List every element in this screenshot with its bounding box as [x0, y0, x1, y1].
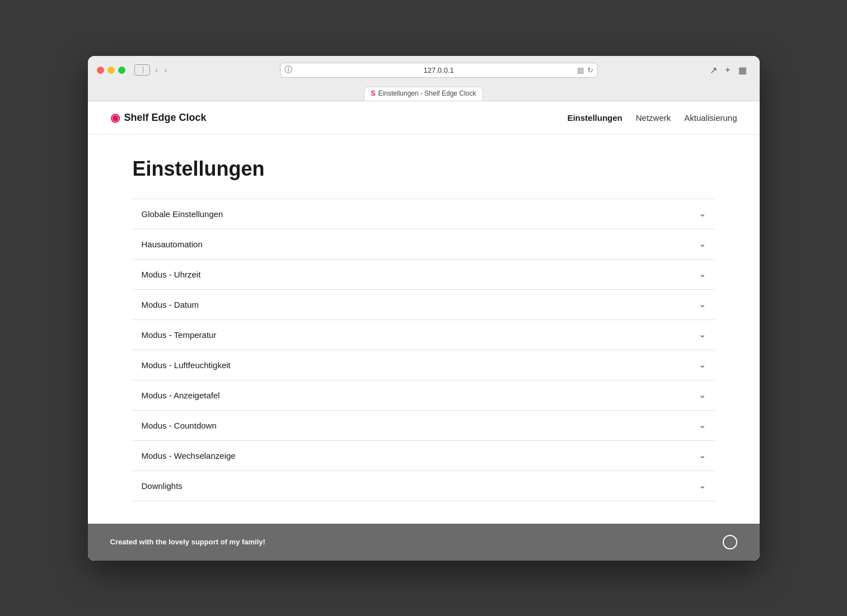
- app-logo-icon: ◉: [110, 111, 120, 124]
- accordion-label: Globale Einstellungen: [142, 209, 223, 219]
- nav-aktualisierung[interactable]: Aktualisierung: [684, 113, 737, 123]
- accordion-item: Modus - Wechselanzeige⌄: [133, 441, 715, 471]
- accordion-item: Downlights⌄: [133, 471, 715, 501]
- accordion-item: Modus - Datum⌄: [133, 290, 715, 320]
- address-actions: ▧ ↻: [577, 66, 593, 74]
- address-bar-container: ⓘ ▧ ↻: [174, 63, 704, 78]
- chevron-down-icon: ⌄: [699, 481, 706, 490]
- back-button[interactable]: ‹: [153, 65, 160, 76]
- accordion-header-2[interactable]: Modus - Uhrzeit⌄: [133, 260, 715, 289]
- forward-button[interactable]: ›: [162, 65, 169, 76]
- app-header: ◉ Shelf Edge Clock Einstellungen Netzwer…: [88, 101, 760, 135]
- chevron-down-icon: ⌄: [699, 451, 706, 460]
- chevron-down-icon: ⌄: [699, 391, 706, 399]
- accordion-label: Hausautomation: [142, 239, 203, 249]
- nav-netzwerk[interactable]: Netzwerk: [636, 113, 671, 123]
- sidebar-toggle-icon: [139, 67, 143, 73]
- browser-chrome: ‹ › ⓘ ▧ ↻ ↗ + ▦ S Einstellungen - Shelf …: [88, 56, 760, 101]
- accordion-header-5[interactable]: Modus - Luftfeuchtigkeit⌄: [133, 350, 715, 380]
- tab-title: Einstellungen - Shelf Edge Clock: [378, 90, 476, 97]
- sidebar-toggle-button[interactable]: [134, 64, 150, 76]
- page-title: Einstellungen: [133, 157, 715, 181]
- accordion-header-3[interactable]: Modus - Datum⌄: [133, 290, 715, 319]
- maximize-button[interactable]: [118, 67, 125, 74]
- address-input[interactable]: [280, 63, 598, 78]
- new-tab-button[interactable]: +: [723, 63, 732, 77]
- browser-toolbar-right: ↗ + ▦: [708, 63, 750, 77]
- accordion-header-6[interactable]: Modus - Anzeigetafel⌄: [133, 380, 715, 410]
- accordion-label: Modus - Wechselanzeige: [142, 451, 236, 460]
- accordion-label: Modus - Countdown: [142, 421, 217, 430]
- browser-controls: ‹ ›: [134, 64, 170, 76]
- traffic-lights: [97, 67, 125, 74]
- chevron-down-icon: ⌄: [699, 239, 706, 248]
- browser-titlebar: ‹ › ⓘ ▧ ↻ ↗ + ▦: [88, 56, 760, 84]
- accordion-item: Modus - Uhrzeit⌄: [133, 260, 715, 290]
- accordion-item: Globale Einstellungen⌄: [133, 199, 715, 229]
- accordion-header-7[interactable]: Modus - Countdown⌄: [133, 411, 715, 440]
- app-logo-text: Shelf Edge Clock: [124, 112, 207, 124]
- tab-favicon: S: [371, 90, 376, 97]
- app-nav: Einstellungen Netzwerk Aktualisierung: [567, 113, 737, 123]
- share-button[interactable]: ↗: [708, 63, 719, 77]
- chevron-down-icon: ⌄: [699, 421, 706, 430]
- accordion-item: Modus - Anzeigetafel⌄: [133, 380, 715, 411]
- accordion-item: Modus - Luftfeuchtigkeit⌄: [133, 350, 715, 380]
- nav-einstellungen[interactable]: Einstellungen: [567, 113, 622, 123]
- chevron-down-icon: ⌄: [699, 360, 706, 369]
- app-logo: ◉ Shelf Edge Clock: [110, 111, 207, 124]
- accordion-item: Hausautomation⌄: [133, 229, 715, 260]
- accordion: Globale Einstellungen⌄Hausautomation⌄Mod…: [133, 199, 715, 501]
- main-content: Einstellungen Globale Einstellungen⌄Haus…: [88, 135, 760, 524]
- accordion-label: Modus - Luftfeuchtigkeit: [142, 360, 231, 370]
- accordion-item: Modus - Temperatur⌄: [133, 320, 715, 350]
- close-button[interactable]: [97, 67, 104, 74]
- accordion-label: Modus - Uhrzeit: [142, 270, 201, 279]
- accordion-label: Modus - Anzeigetafel: [142, 391, 220, 400]
- browser-tab[interactable]: S Einstellungen - Shelf Edge Clock: [364, 87, 484, 101]
- tab-overview-button[interactable]: ▦: [737, 63, 748, 77]
- reader-mode-icon[interactable]: ▧: [577, 66, 584, 74]
- reload-icon[interactable]: ↻: [587, 66, 593, 74]
- security-icon: ⓘ: [284, 65, 292, 75]
- chevron-down-icon: ⌄: [699, 330, 706, 339]
- accordion-label: Modus - Temperatur: [142, 330, 217, 340]
- footer-text: Created with the lovely support of my fa…: [110, 538, 265, 546]
- chevron-down-icon: ⌄: [699, 209, 706, 218]
- accordion-label: Downlights: [142, 481, 182, 491]
- chevron-down-icon: ⌄: [699, 300, 706, 309]
- browser-tab-bar: S Einstellungen - Shelf Edge Clock: [88, 84, 760, 101]
- github-icon[interactable]: [723, 535, 737, 549]
- accordion-header-1[interactable]: Hausautomation⌄: [133, 229, 715, 259]
- minimize-button[interactable]: [107, 67, 115, 74]
- browser-window: ‹ › ⓘ ▧ ↻ ↗ + ▦ S Einstellungen - Shelf …: [88, 56, 760, 561]
- accordion-label: Modus - Datum: [142, 300, 199, 309]
- accordion-header-0[interactable]: Globale Einstellungen⌄: [133, 199, 715, 229]
- accordion-header-8[interactable]: Modus - Wechselanzeige⌄: [133, 441, 715, 471]
- app-content: ◉ Shelf Edge Clock Einstellungen Netzwer…: [88, 101, 760, 561]
- accordion-item: Modus - Countdown⌄: [133, 411, 715, 441]
- accordion-header-9[interactable]: Downlights⌄: [133, 471, 715, 501]
- accordion-header-4[interactable]: Modus - Temperatur⌄: [133, 320, 715, 350]
- chevron-down-icon: ⌄: [699, 270, 706, 279]
- app-footer: Created with the lovely support of my fa…: [88, 524, 760, 561]
